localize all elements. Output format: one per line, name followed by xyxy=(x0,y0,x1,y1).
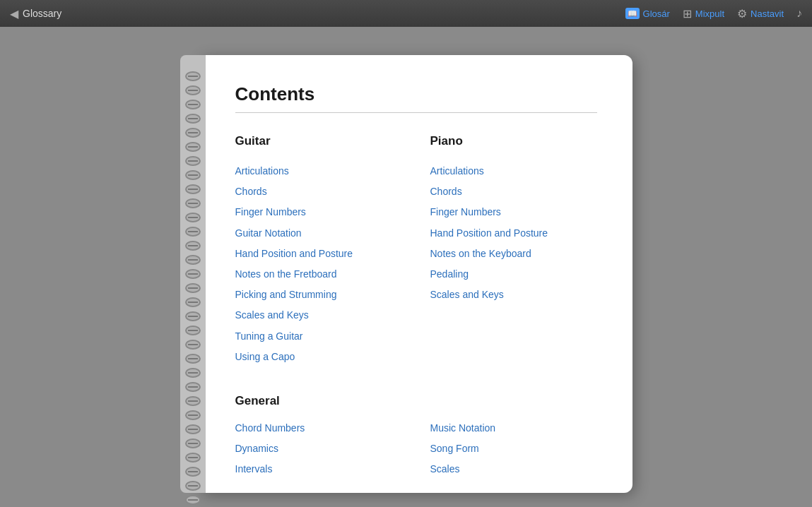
guitar-finger-numbers-link[interactable]: Finger Numbers xyxy=(235,203,402,221)
spiral-coil xyxy=(185,241,201,251)
spiral-coil xyxy=(185,170,201,180)
general-chord-numbers-link[interactable]: Chord Numbers xyxy=(235,419,402,437)
nastavit-label: Nastavit xyxy=(751,8,784,19)
general-song-form-link[interactable]: Song Form xyxy=(430,440,597,458)
piano-heading: Piano xyxy=(430,134,597,148)
spiral-coil xyxy=(185,481,201,491)
general-col2: Music Notation Song Form Scales xyxy=(430,419,597,479)
spiral-coil xyxy=(185,368,201,378)
general-music-notation-link[interactable]: Music Notation xyxy=(430,419,597,437)
topbar-left: ◀ Glossary xyxy=(10,7,61,20)
guitar-notes-fretboard-link[interactable]: Notes on the Fretboard xyxy=(235,266,402,283)
spiral-coil xyxy=(185,269,201,279)
piano-hand-position-link[interactable]: Hand Position and Posture xyxy=(430,225,597,242)
notebook-page[interactable]: Contents Guitar Articulations Chords Fin… xyxy=(200,55,632,493)
general-col1: Chord Numbers Dynamics Intervals xyxy=(235,419,402,479)
guitar-articulations-link[interactable]: Articulations xyxy=(235,162,402,180)
spiral-coil xyxy=(185,424,201,434)
spiral-coil xyxy=(185,283,201,293)
spiral-coil xyxy=(185,184,201,194)
general-heading: General xyxy=(235,394,597,408)
spiral-coil xyxy=(185,326,201,335)
general-columns: Chord Numbers Dynamics Intervals Music N… xyxy=(235,419,597,479)
topbar-title: Glossary xyxy=(23,8,61,19)
spiral-coil xyxy=(185,85,201,95)
spiral-coil xyxy=(185,311,201,321)
guitar-scales-keys-link[interactable]: Scales and Keys xyxy=(235,306,402,324)
piano-column: Piano Articulations Chords Finger Number… xyxy=(430,134,597,366)
guitar-piano-columns: Guitar Articulations Chords Finger Numbe… xyxy=(235,134,597,366)
general-dynamics-link[interactable]: Dynamics xyxy=(235,440,402,458)
glossar-label: Glosár xyxy=(643,8,670,19)
spiral-coil xyxy=(185,396,201,406)
spiral-strip xyxy=(180,55,206,493)
general-intervals-link[interactable]: Intervals xyxy=(235,460,402,478)
topbar: ◀ Glossary 📖 Glosár ⊞ Mixpult ⚙ Nastavit… xyxy=(0,0,812,27)
mixpult-button[interactable]: ⊞ Mixpult xyxy=(683,7,724,20)
spiral-coil xyxy=(185,467,201,477)
spiral-coil xyxy=(185,156,201,166)
gear-icon: ⚙ xyxy=(737,7,747,20)
piano-articulations-link[interactable]: Articulations xyxy=(430,162,597,180)
general-section: General Chord Numbers Dynamics Intervals… xyxy=(235,394,597,479)
spiral-coil xyxy=(185,354,201,364)
spiral-coil xyxy=(185,114,201,124)
back-button[interactable]: ◀ xyxy=(10,7,18,20)
piano-scales-keys-link[interactable]: Scales and Keys xyxy=(430,286,597,304)
spiral-coil xyxy=(185,410,201,420)
spiral-coil xyxy=(185,142,201,152)
spiral-coil xyxy=(185,382,201,392)
mixpult-label: Mixpult xyxy=(695,8,724,19)
page-title: Contents xyxy=(235,83,597,105)
mixpult-icon: ⊞ xyxy=(683,7,692,20)
spiral-coil xyxy=(185,297,201,307)
spiral-coil xyxy=(185,213,201,222)
guitar-column: Guitar Articulations Chords Finger Numbe… xyxy=(235,134,402,366)
topbar-right: 📖 Glosár ⊞ Mixpult ⚙ Nastavit ♪ xyxy=(625,7,802,20)
notebook-container: Contents Guitar Articulations Chords Fin… xyxy=(180,55,632,493)
guitar-chords-link[interactable]: Chords xyxy=(235,183,402,201)
page-divider xyxy=(235,112,597,113)
spiral-coil xyxy=(185,198,201,208)
guitar-capo-link[interactable]: Using a Capo xyxy=(235,348,402,366)
piano-finger-numbers-link[interactable]: Finger Numbers xyxy=(430,203,597,221)
spiral-coil xyxy=(185,100,201,109)
piano-chords-link[interactable]: Chords xyxy=(430,183,597,201)
spiral-coil xyxy=(185,227,201,237)
guitar-heading: Guitar xyxy=(235,134,402,148)
spiral-coil xyxy=(185,453,201,463)
music-icon: ♪ xyxy=(796,7,802,20)
guitar-notation-link[interactable]: Guitar Notation xyxy=(235,225,402,242)
glossar-button[interactable]: 📖 Glosár xyxy=(625,8,670,19)
guitar-tuning-link[interactable]: Tuning a Guitar xyxy=(235,328,402,345)
spiral-coil xyxy=(185,71,201,81)
music-button[interactable]: ♪ xyxy=(796,7,802,20)
spiral-coil xyxy=(185,439,201,448)
general-scales-link[interactable]: Scales xyxy=(430,460,597,478)
main-area: Contents Guitar Articulations Chords Fin… xyxy=(0,27,812,507)
spiral-coil xyxy=(185,128,201,138)
piano-pedaling-link[interactable]: Pedaling xyxy=(430,266,597,283)
guitar-picking-strumming-link[interactable]: Picking and Strumming xyxy=(235,286,402,304)
spiral-coil xyxy=(185,495,201,505)
spiral-coil xyxy=(185,340,201,350)
nastavit-button[interactable]: ⚙ Nastavit xyxy=(737,7,784,20)
glossar-icon-badge: 📖 xyxy=(625,8,640,19)
spiral-coil xyxy=(185,255,201,265)
piano-notes-keyboard-link[interactable]: Notes on the Keyboard xyxy=(430,245,597,263)
guitar-hand-position-link[interactable]: Hand Position and Posture xyxy=(235,245,402,263)
